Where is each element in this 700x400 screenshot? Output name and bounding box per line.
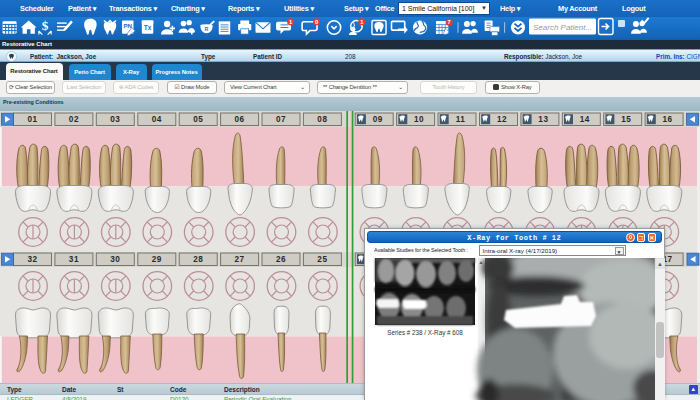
svg-text:7: 7 xyxy=(448,19,451,25)
svg-text:08: 08 xyxy=(317,115,327,124)
svg-text:R: R xyxy=(205,26,209,32)
svg-text:29: 29 xyxy=(152,255,162,264)
svg-text:$: $ xyxy=(42,18,49,33)
svg-text:09: 09 xyxy=(373,115,383,124)
svg-text:30: 30 xyxy=(110,255,120,264)
svg-text:Tx: Tx xyxy=(144,24,152,31)
svg-text:Search Patient...: Search Patient... xyxy=(533,23,592,32)
svg-text:32: 32 xyxy=(27,255,37,264)
svg-text:02: 02 xyxy=(69,115,79,124)
svg-text:16: 16 xyxy=(663,115,673,124)
svg-text:26: 26 xyxy=(276,255,286,264)
svg-text:12: 12 xyxy=(497,115,507,124)
svg-text:06: 06 xyxy=(235,115,245,124)
svg-text:05: 05 xyxy=(193,115,203,124)
svg-text:03: 03 xyxy=(110,115,120,124)
svg-text:13: 13 xyxy=(538,115,548,124)
svg-text:15: 15 xyxy=(621,115,631,124)
svg-text:0: 0 xyxy=(315,19,318,25)
svg-text:27: 27 xyxy=(235,255,245,264)
svg-text:01: 01 xyxy=(27,115,37,124)
svg-text:31: 31 xyxy=(69,255,79,264)
svg-text:PN: PN xyxy=(123,22,132,29)
svg-text:04: 04 xyxy=(152,115,162,124)
svg-text:28: 28 xyxy=(193,255,203,264)
svg-text:Series # 238 / X-Ray # 608: Series # 238 / X-Ray # 608 xyxy=(387,329,463,337)
svg-text:25: 25 xyxy=(317,255,327,264)
svg-text:▲: ▲ xyxy=(657,261,663,267)
svg-text:10: 10 xyxy=(414,115,424,124)
svg-text:11: 11 xyxy=(456,115,466,124)
svg-text:07: 07 xyxy=(276,115,286,124)
svg-text:14: 14 xyxy=(580,115,590,124)
